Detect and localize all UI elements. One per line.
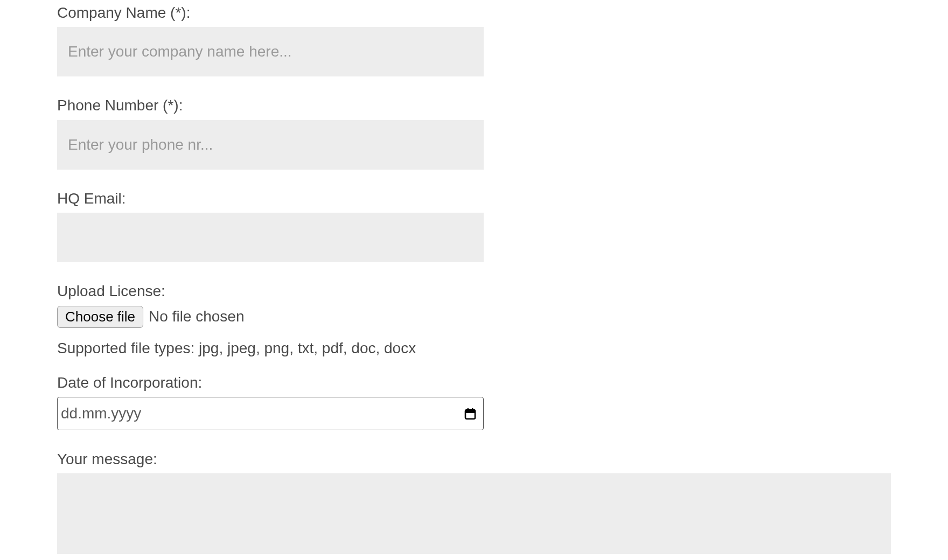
- date-inc-label: Date of Incorporation:: [57, 373, 891, 393]
- company-label: Company Name (*):: [57, 3, 891, 23]
- hq-email-input[interactable]: [57, 213, 484, 262]
- phone-label: Phone Number (*):: [57, 96, 891, 115]
- file-status-text: No file chosen: [149, 308, 244, 325]
- phone-input[interactable]: [57, 120, 484, 170]
- field-message: Your message:: [57, 450, 891, 558]
- date-inc-input[interactable]: dd.mm.yyyy: [57, 397, 484, 430]
- date-placeholder-text: dd.mm.yyyy: [61, 405, 141, 422]
- file-row: Choose file No file chosen: [57, 306, 891, 328]
- svg-rect-2: [468, 408, 469, 411]
- file-types-hint: Supported file types: jpg, jpeg, png, tx…: [57, 340, 891, 357]
- choose-file-button[interactable]: Choose file: [57, 306, 143, 328]
- field-date-inc: Date of Incorporation: dd.mm.yyyy: [57, 373, 891, 430]
- message-label: Your message:: [57, 450, 891, 469]
- field-upload: Upload License: Choose file No file chos…: [57, 282, 891, 356]
- calendar-icon[interactable]: [464, 407, 477, 420]
- company-input[interactable]: [57, 27, 484, 76]
- message-textarea[interactable]: [57, 473, 891, 554]
- svg-rect-1: [465, 410, 475, 413]
- field-hq-email: HQ Email:: [57, 189, 891, 262]
- hq-email-label: HQ Email:: [57, 189, 891, 208]
- upload-label: Upload License:: [57, 282, 891, 301]
- field-phone: Phone Number (*):: [57, 96, 891, 169]
- form-wrapper: Company Name (*): Phone Number (*): HQ E…: [0, 3, 948, 558]
- svg-rect-3: [472, 408, 473, 411]
- field-company: Company Name (*):: [57, 3, 891, 76]
